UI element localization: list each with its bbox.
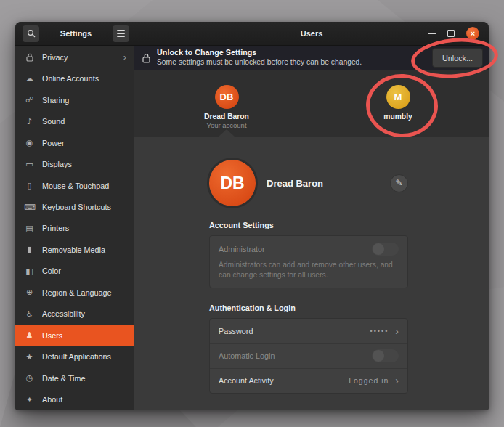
profile-name: Dread Baron bbox=[267, 178, 390, 189]
sidebar-item-keyboard-shortcuts[interactable]: ⌨ Keyboard Shortcuts bbox=[15, 196, 134, 217]
chevron-right-icon: › bbox=[123, 52, 128, 62]
carousel-user-dread-baron[interactable]: DB Dread Baron Your account bbox=[183, 85, 270, 129]
titlebar: Settings Users × bbox=[15, 22, 489, 46]
infobar-text: Unlock to Change Settings Some settings … bbox=[157, 48, 432, 67]
sidebar-item-about[interactable]: ✦ About bbox=[15, 389, 134, 410]
administrator-label: Administrator bbox=[219, 245, 372, 253]
section-header-account-settings: Account Settings bbox=[209, 221, 408, 229]
search-icon bbox=[27, 29, 36, 38]
authentication-card: Password ••••• › Automatic Login Account… bbox=[209, 318, 408, 394]
share-icon: ☍ bbox=[24, 96, 35, 104]
sidebar-item-privacy[interactable]: Privacy › bbox=[15, 46, 134, 68]
search-button[interactable] bbox=[23, 25, 39, 42]
globe-icon: ⊕ bbox=[24, 288, 35, 296]
users-panel: Unlock to Change Settings Some settings … bbox=[134, 46, 489, 410]
user-carousel: DB Dread Baron Your account M mumbly bbox=[134, 70, 489, 137]
users-icon: ♟ bbox=[24, 331, 35, 339]
chevron-right-icon: › bbox=[395, 375, 399, 386]
edit-name-button[interactable]: ✎ bbox=[390, 174, 408, 192]
avatar: M bbox=[386, 85, 410, 109]
page-title: Users bbox=[134, 29, 489, 38]
automatic-login-row: Automatic Login bbox=[210, 343, 407, 368]
automatic-login-toggle[interactable] bbox=[372, 349, 399, 362]
star-icon: ★ bbox=[24, 353, 35, 361]
hamburger-icon bbox=[117, 30, 125, 37]
app-title: Settings bbox=[39, 29, 113, 38]
removable-media-icon: ▮ bbox=[24, 245, 35, 253]
section-header-authentication: Authentication & Login bbox=[209, 304, 408, 312]
clock-icon: ◷ bbox=[24, 374, 35, 382]
password-value: ••••• bbox=[370, 328, 389, 335]
chevron-right-icon: › bbox=[395, 326, 399, 336]
about-icon: ✦ bbox=[24, 396, 35, 404]
pencil-icon: ✎ bbox=[395, 178, 402, 188]
power-icon: ◉ bbox=[24, 139, 35, 147]
password-label: Password bbox=[219, 327, 370, 336]
carousel-user-name: Dread Baron bbox=[183, 113, 270, 121]
settings-window: Settings Users × Privacy › bbox=[15, 22, 489, 410]
sidebar-item-printers[interactable]: ▤ Printers bbox=[15, 218, 134, 239]
account-activity-value: Logged in bbox=[349, 376, 389, 385]
account-activity-row[interactable]: Account Activity Logged in › bbox=[210, 368, 407, 393]
account-activity-label: Account Activity bbox=[219, 376, 349, 385]
sidebar-item-online-accounts[interactable]: ☁ Online Accounts bbox=[15, 68, 134, 89]
sidebar-item-displays[interactable]: ▭ Displays bbox=[15, 153, 134, 174]
infobar-subtitle: Some settings must be unlocked before th… bbox=[157, 58, 432, 68]
avatar: DB bbox=[215, 85, 239, 109]
carousel-user-subtitle: Your account bbox=[183, 121, 270, 129]
infobar-title: Unlock to Change Settings bbox=[157, 48, 432, 57]
profile-row: DB Dread Baron ✎ bbox=[209, 160, 408, 206]
password-row[interactable]: Password ••••• › bbox=[210, 319, 407, 343]
automatic-login-label: Automatic Login bbox=[219, 351, 372, 360]
avatar[interactable]: DB bbox=[209, 160, 256, 206]
sidebar-item-sharing[interactable]: ☍ Sharing bbox=[15, 89, 134, 110]
unlock-infobar: Unlock to Change Settings Some settings … bbox=[134, 46, 489, 70]
cloud-icon: ☁ bbox=[24, 75, 35, 83]
sidebar-item-default-applications[interactable]: ★ Default Applications bbox=[15, 346, 134, 367]
main-headerbar: Users × bbox=[134, 22, 489, 45]
sidebar-headerbar: Settings bbox=[15, 22, 134, 45]
sidebar-item-sound[interactable]: ♪ Sound bbox=[15, 110, 134, 131]
sidebar-item-accessibility[interactable]: ♿ Accessibility bbox=[15, 304, 134, 325]
accessibility-icon: ♿ bbox=[24, 310, 35, 318]
sidebar-item-color[interactable]: ◧ Color bbox=[15, 261, 134, 282]
administrator-description: Administrators can add and remove other … bbox=[219, 260, 394, 280]
sidebar-item-power[interactable]: ◉ Power bbox=[15, 132, 134, 153]
account-settings-card: Administrator Administrators can add and… bbox=[209, 235, 408, 288]
selected-user-notch bbox=[219, 129, 235, 137]
printer-icon: ▤ bbox=[24, 224, 35, 232]
color-icon: ◧ bbox=[24, 267, 35, 275]
sidebar-item-date-time[interactable]: ◷ Date & Time bbox=[15, 367, 134, 389]
user-details: DB Dread Baron ✎ Account Settings Admini… bbox=[134, 137, 489, 410]
administrator-row: Administrator Administrators can add and… bbox=[210, 236, 407, 288]
keyboard-icon: ⌨ bbox=[24, 203, 35, 211]
sidebar-item-mouse-touchpad[interactable]: ▯ Mouse & Touchpad bbox=[15, 175, 134, 196]
menu-button[interactable] bbox=[113, 25, 129, 42]
mouse-icon: ▯ bbox=[24, 182, 35, 190]
carousel-user-mumbly[interactable]: M mumbly bbox=[354, 85, 442, 121]
lock-icon bbox=[142, 53, 150, 63]
desktop: Settings Users × Privacy › bbox=[0, 0, 504, 427]
display-icon: ▭ bbox=[24, 160, 35, 168]
sidebar-item-region-language[interactable]: ⊕ Region & Language bbox=[15, 282, 134, 303]
lock-icon bbox=[24, 53, 35, 62]
sound-icon: ♪ bbox=[24, 118, 35, 126]
administrator-toggle[interactable] bbox=[372, 243, 399, 256]
unlock-button[interactable]: Unlock... bbox=[432, 48, 483, 68]
remove-user-button[interactable]: Remove User... bbox=[338, 410, 408, 410]
carousel-user-name: mumbly bbox=[354, 113, 442, 121]
sidebar-item-users[interactable]: ♟ Users bbox=[15, 325, 134, 346]
sidebar: Privacy › ☁ Online Accounts ☍ Sharing ♪ … bbox=[15, 46, 134, 410]
sidebar-item-removable-media[interactable]: ▮ Removable Media bbox=[15, 239, 134, 260]
